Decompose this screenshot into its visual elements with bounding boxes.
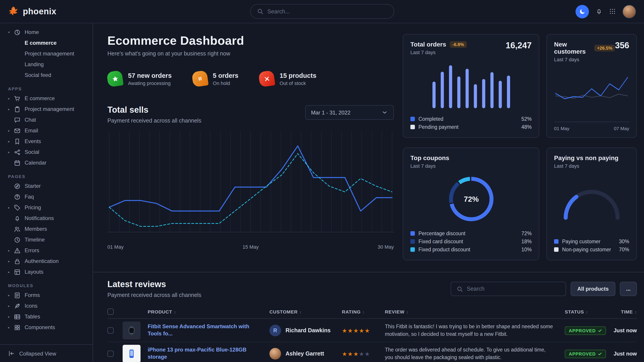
- paying-card: Paying vs non paying Last 7 days Paying …: [546, 148, 637, 260]
- product-thumbnail: [122, 345, 140, 362]
- sidebar-item-home[interactable]: ▾Home: [0, 27, 93, 37]
- column-header-product[interactable]: PRODUCT↕: [148, 309, 270, 314]
- sidebar-subitem-landing[interactable]: Landing: [0, 59, 93, 70]
- column-header-review[interactable]: REVIEW↕: [385, 309, 565, 314]
- sidebar-item-chat[interactable]: Chat: [0, 114, 93, 125]
- stat-awating-processing: 57 new ordersAwating processing: [108, 71, 172, 86]
- card-caption: Last 7 days: [410, 163, 532, 169]
- reviews-search-input[interactable]: [467, 286, 560, 292]
- brand-logo[interactable]: phoenix: [8, 6, 56, 17]
- product-thumbnail: [122, 321, 140, 339]
- notifications-button[interactable]: [596, 8, 602, 15]
- column-header-customer[interactable]: CUSTOMER↕: [270, 309, 342, 314]
- sidebar-item-members[interactable]: Members: [0, 224, 93, 234]
- legend-swatch: [554, 247, 558, 252]
- row-checkbox[interactable]: [108, 327, 114, 333]
- bell-icon: [14, 215, 20, 222]
- more-options-button[interactable]: ...: [620, 282, 637, 296]
- user-avatar[interactable]: [622, 5, 636, 18]
- star-icon: ★: [353, 327, 359, 334]
- caret-icon: ▾: [8, 30, 14, 34]
- navbar-actions: [576, 5, 636, 18]
- collapsed-view-toggle[interactable]: Collapsed View: [0, 344, 93, 362]
- sidebar-item-label: Email: [24, 127, 38, 134]
- card-title: Total orders: [410, 41, 446, 48]
- select-all-checkbox[interactable]: [108, 308, 114, 315]
- sidebar-item-timeline[interactable]: Timeline: [0, 234, 93, 245]
- product-link[interactable]: Fitbit Sense Advanced Smartwatch with To…: [148, 323, 270, 337]
- date-range-select[interactable]: Mar 1 - 31, 2022: [305, 105, 394, 120]
- search-input[interactable]: [268, 8, 387, 14]
- latest-reviews-section: Latest reviews Payment received across a…: [93, 272, 644, 362]
- sidebar-item-label: Layouts: [24, 269, 44, 275]
- stat-out-of-stock: 15 productsOut of stock: [259, 71, 316, 86]
- caret-icon: ▸: [8, 248, 14, 252]
- sidebar-item-email[interactable]: ▸Email: [0, 125, 93, 136]
- x-label-start: 01 May: [554, 126, 570, 131]
- main-content: Ecommerce Dashboard Here's what's going …: [93, 23, 644, 362]
- column-header-status[interactable]: STATUS↕: [565, 309, 610, 314]
- rating-stars: ★★★★★: [342, 350, 370, 357]
- sidebar-item-components[interactable]: ▸Components: [0, 322, 93, 333]
- sidebar-item-label: Timeline: [24, 237, 45, 243]
- sidebar-item-events[interactable]: ▸Events: [0, 136, 93, 147]
- sidebar-item-tables[interactable]: ▸Tables: [0, 311, 93, 322]
- sidebar-item-authentication[interactable]: ▸Authentication: [0, 256, 93, 267]
- x-axis-labels: 01 May15 May30 May: [108, 244, 394, 250]
- sidebar-item-layouts[interactable]: ▸Layouts: [0, 267, 93, 277]
- caret-icon: ▸: [8, 107, 14, 111]
- overview-cards: Total orders -6.8% Last 7 days 16,247 Co…: [403, 34, 637, 272]
- review-text: This Fitbit is fantastic! I was trying t…: [385, 323, 565, 338]
- trend-badge: +26.5%: [594, 44, 615, 51]
- product-link[interactable]: iPhone 13 pro max-Pacific Blue-128GB sto…: [148, 347, 270, 361]
- sidebar-item-forms[interactable]: ▸Forms: [0, 290, 93, 301]
- sidebar-item-pricing[interactable]: ▸Pricing: [0, 202, 93, 213]
- sidebar-item-icons[interactable]: ▸Icons: [0, 301, 93, 311]
- apps-menu-button[interactable]: [609, 8, 616, 15]
- legend-value: 18%: [522, 239, 532, 244]
- stat-caption: Awating processing: [128, 80, 172, 86]
- form-icon: [14, 292, 20, 299]
- sidebar-item-label: Errors: [24, 247, 39, 254]
- column-header-rating[interactable]: RATING↕: [342, 309, 385, 314]
- caret-icon: ▸: [8, 139, 14, 143]
- overview-left-column: Ecommerce Dashboard Here's what's going …: [108, 34, 394, 272]
- star-icon: ★: [348, 327, 353, 334]
- star-icon: ★: [364, 350, 370, 357]
- pie-chart-icon: [14, 29, 20, 35]
- navbar-search[interactable]: [250, 4, 394, 19]
- caret-icon: ▸: [8, 129, 14, 133]
- sidebar-item-starter[interactable]: Starter: [0, 181, 93, 191]
- new-customers-chart: [554, 70, 629, 112]
- sidebar-item-notifications[interactable]: Notifications: [0, 213, 93, 224]
- sidebar-item-social[interactable]: ▸Social: [0, 147, 93, 157]
- star-icon: ★: [359, 327, 364, 334]
- legend-label: Fixed card discount: [418, 239, 463, 244]
- sidebar-item-calendar[interactable]: Calendar: [0, 157, 93, 168]
- sidebar-item-project-management[interactable]: ▸Project management: [0, 104, 93, 114]
- sidebar-subitem-project-management[interactable]: Project management: [0, 48, 93, 59]
- sort-icon: ↕: [634, 310, 637, 314]
- column-header-time[interactable]: TIME↕: [610, 309, 637, 314]
- caret-icon: ▸: [8, 293, 14, 297]
- share-icon: [14, 149, 20, 155]
- sidebar-subitem-social-feed[interactable]: Social feed: [0, 70, 93, 80]
- sidebar-item-errors[interactable]: ▸Errors: [0, 245, 93, 256]
- sidebar-subitem-e-commerce[interactable]: E commerce: [0, 37, 93, 48]
- caret-icon: ▸: [8, 325, 14, 329]
- table-icon: [14, 313, 20, 320]
- row-checkbox[interactable]: [108, 350, 114, 357]
- all-products-button[interactable]: All products: [570, 282, 615, 296]
- total-orders-card: Total orders -6.8% Last 7 days 16,247 Co…: [403, 34, 539, 138]
- theme-toggle-button[interactable]: [576, 5, 589, 18]
- legend-item: Fixed card discount18%: [410, 237, 532, 246]
- sidebar-item-label: Calendar: [24, 160, 46, 166]
- reviews-search[interactable]: [451, 282, 566, 296]
- caret-icon: ▸: [8, 304, 14, 308]
- sidebar-item-label: Notifications: [24, 215, 54, 221]
- legend-item: Non-paying customer70%: [554, 246, 629, 254]
- sort-icon: ↕: [300, 310, 302, 314]
- sidebar-item-e-commerce[interactable]: ▸E commerce: [0, 93, 93, 104]
- sidebar-item-faq[interactable]: Faq: [0, 191, 93, 202]
- legend-label: Fixed product discount: [418, 247, 470, 252]
